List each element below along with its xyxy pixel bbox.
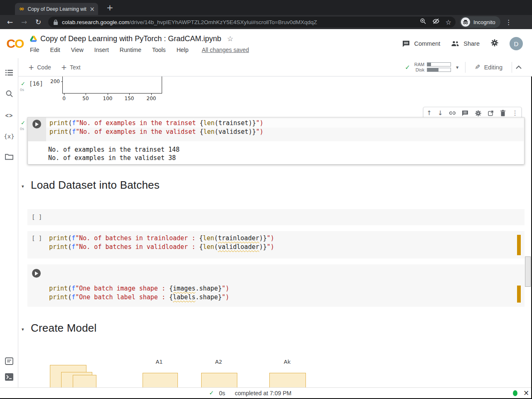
comment-cell-icon[interactable] xyxy=(462,110,468,116)
output-chart-fragment: 200 0 50 100 150 200 xyxy=(62,76,162,94)
search-icon[interactable] xyxy=(0,90,18,99)
chart-x-tick: 50 xyxy=(82,96,89,101)
section-collapse-icon[interactable]: ▾ xyxy=(22,184,24,189)
url-path: /drive/14b_hvpIEYhAWPTZL2OmhKzY5E4SXyIui… xyxy=(129,19,414,25)
code-cell-trainset-count[interactable]: print(f"No. of examples in the trainset … xyxy=(27,117,525,164)
status-close-icon[interactable]: × xyxy=(523,389,529,397)
colab-header: CO Copy of Deep Learning with PyTorch : … xyxy=(0,29,532,58)
menu-runtime[interactable]: Runtime xyxy=(120,47,141,53)
left-sidebar: <> {x} xyxy=(0,58,18,387)
browser-tabbar: ∞ Copy of Deep Learning wit × + xyxy=(0,0,532,15)
run-cell-button[interactable] xyxy=(32,120,41,128)
notebook-title[interactable]: Copy of Deep Learning with PyTorch : Gra… xyxy=(40,34,221,43)
diagram-box-a1 xyxy=(143,373,178,387)
execution-count[interactable]: [16] xyxy=(29,80,43,87)
forward-icon[interactable]: → xyxy=(20,18,28,26)
incognito-badge[interactable]: Incognito xyxy=(460,16,500,28)
back-icon[interactable]: ← xyxy=(6,18,14,26)
diagram-label-ak: Ak xyxy=(284,359,291,365)
menubar: File Edit View Insert Runtime Tools Help… xyxy=(30,45,402,55)
share-button[interactable]: Share xyxy=(451,40,480,47)
menu-file[interactable]: File xyxy=(30,47,39,53)
cell-code[interactable]: print(f"No. of examples in the trainset … xyxy=(49,119,264,136)
code-cell-empty[interactable]: [ ] xyxy=(27,209,525,225)
share-people-icon xyxy=(451,41,459,47)
code-cell-batch-shape[interactable]: print(f"One batch image shape : {images.… xyxy=(27,264,525,307)
disk-meter xyxy=(427,68,451,72)
menu-help[interactable]: Help xyxy=(177,47,189,53)
cell-success-check-icon: ✓ xyxy=(21,120,25,126)
pencil-icon: ✎ xyxy=(475,63,480,71)
notebook-content: ✓ [16] 0s 200 0 50 100 150 200 ↑ ↓ xyxy=(18,76,531,387)
add-code-button[interactable]: +Code xyxy=(28,63,51,71)
bookmark-star-icon[interactable]: ☆ xyxy=(446,18,451,26)
warning-overview-marker xyxy=(517,286,521,303)
eye-off-icon[interactable] xyxy=(432,18,440,26)
resource-meters[interactable] xyxy=(427,62,451,72)
incognito-icon xyxy=(461,17,470,27)
delete-cell-icon[interactable] xyxy=(500,110,506,116)
star-notebook-icon[interactable]: ☆ xyxy=(227,34,233,43)
browser-tab-active[interactable]: ∞ Copy of Deep Learning wit × xyxy=(15,3,98,15)
variables-icon[interactable]: {x} xyxy=(0,133,18,140)
move-cell-up-icon[interactable]: ↑ xyxy=(426,109,432,117)
settings-gear-icon[interactable] xyxy=(490,39,499,49)
runtime-connected-check-icon: ✓ xyxy=(405,64,410,71)
execution-time: 0s xyxy=(20,87,24,92)
table-of-contents-icon[interactable] xyxy=(0,69,18,78)
browser-window: ∞ Copy of Deep Learning wit × + ← → ↻ co… xyxy=(0,0,532,399)
tab-close-icon[interactable]: × xyxy=(89,5,95,13)
colab-logo[interactable]: CO xyxy=(0,29,30,58)
cell-more-options-icon[interactable]: ⋮ xyxy=(512,109,518,117)
cell-code[interactable]: print(f"One batch image shape : {images.… xyxy=(49,267,229,302)
move-cell-down-icon[interactable]: ↓ xyxy=(438,109,443,117)
execution-count-empty: [ ] xyxy=(32,235,42,241)
comment-button[interactable]: Comment xyxy=(402,40,440,47)
changes-saved-status[interactable]: All changes saved xyxy=(202,47,249,53)
diagram-box-ak xyxy=(269,373,306,387)
new-tab-button[interactable]: + xyxy=(106,2,113,12)
section-heading-create-model[interactable]: Create Model xyxy=(31,322,96,335)
add-text-button[interactable]: +Text xyxy=(61,63,81,71)
command-palette-icon[interactable] xyxy=(0,357,18,367)
menu-view[interactable]: View xyxy=(71,47,84,53)
colab-favicon-icon: ∞ xyxy=(19,6,25,12)
chart-y-tick: 200 xyxy=(50,79,60,84)
files-icon[interactable] xyxy=(0,153,18,162)
link-cell-icon[interactable] xyxy=(449,110,456,116)
status-indicator-dot xyxy=(513,390,517,396)
editing-mode-button[interactable]: ✎Editing xyxy=(475,63,502,71)
chart-x-tick: 100 xyxy=(103,96,113,101)
cell-settings-gear-icon[interactable] xyxy=(475,110,482,117)
url-bar[interactable]: colab.research.google.com /drive/14b_hvp… xyxy=(48,17,456,27)
status-message: completed at 7:09 PM xyxy=(235,390,291,397)
scrollbar-thumb[interactable] xyxy=(525,256,531,287)
menu-tools[interactable]: Tools xyxy=(152,47,166,53)
chart-x-tick: 0 xyxy=(62,96,66,101)
section-collapse-icon[interactable]: ▾ xyxy=(22,327,24,332)
mirror-cell-icon[interactable] xyxy=(488,110,494,116)
code-snippets-icon[interactable]: <> xyxy=(0,112,18,119)
cell-success-check-icon: ✓ xyxy=(21,81,25,87)
cell-code[interactable]: print(f"No. of batches in trainloader : … xyxy=(49,234,274,251)
lock-icon xyxy=(53,19,58,25)
ram-meter xyxy=(427,62,451,66)
diagram-box-a2 xyxy=(201,373,237,387)
run-cell-button[interactable] xyxy=(32,269,41,278)
incognito-label: Incognito xyxy=(473,19,495,25)
resources-dropdown-icon[interactable]: ▾ xyxy=(456,64,458,70)
menu-edit[interactable]: Edit xyxy=(50,47,60,53)
disk-label: Disk xyxy=(416,67,424,72)
collapse-header-icon[interactable] xyxy=(515,64,522,71)
terminal-icon[interactable] xyxy=(0,373,18,382)
section-heading-load-batches[interactable]: Load Dataset into Batches xyxy=(31,179,160,192)
browser-omnibox: ← → ↻ colab.research.google.com /drive/1… xyxy=(0,15,532,29)
status-check-icon: ✓ xyxy=(209,389,214,396)
menu-insert[interactable]: Insert xyxy=(94,47,109,53)
avatar[interactable]: D xyxy=(510,37,523,50)
reload-icon[interactable]: ↻ xyxy=(34,18,42,26)
browser-menu-icon[interactable]: ⋮ xyxy=(505,18,512,26)
diagram-label-a1: A1 xyxy=(155,359,163,365)
code-cell-batches[interactable]: [ ] print(f"No. of batches in trainloade… xyxy=(27,231,525,259)
zoom-page-icon[interactable] xyxy=(420,18,426,26)
